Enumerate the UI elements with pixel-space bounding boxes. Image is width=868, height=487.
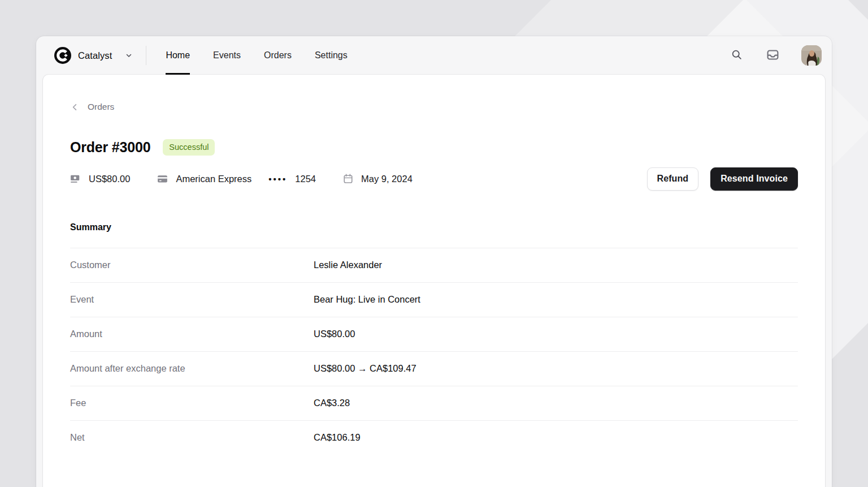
inbox-icon — [766, 49, 779, 62]
resend-invoice-button[interactable]: Resend Invoice — [710, 167, 798, 191]
summary-row-value: Leslie Alexander — [314, 260, 798, 270]
order-payment-method: American Express •••• 1254 — [157, 174, 316, 184]
primary-nav: Home Events Orders Settings — [166, 36, 347, 75]
nav-item-home[interactable]: Home — [166, 36, 190, 75]
order-title-row: Order #3000 Successful — [70, 139, 798, 156]
credit-card-icon — [157, 174, 168, 184]
order-actions: Refund Resend Invoice — [647, 167, 798, 191]
search-icon — [731, 49, 743, 62]
nav-item-orders[interactable]: Orders — [264, 36, 292, 75]
main-panel: Orders Order #3000 Successful — [43, 75, 825, 487]
summary-row-label: Fee — [70, 398, 314, 408]
refund-button[interactable]: Refund — [647, 167, 699, 191]
header-divider — [146, 46, 146, 65]
calendar-icon — [343, 174, 353, 184]
breadcrumb-back-link[interactable]: Orders — [70, 102, 114, 112]
avatar-image — [801, 45, 822, 66]
summary-row-label: Amount after exchange rate — [70, 363, 314, 374]
order-meta: US$80.00 American Express •••• 1254 — [70, 174, 413, 184]
summary-row-label: Event — [70, 294, 314, 305]
workspace-switcher[interactable]: Catalyst — [54, 47, 133, 64]
summary-row-value: US$80.00 — [314, 329, 798, 339]
catalyst-logo-icon — [54, 47, 71, 64]
status-badge: Successful — [163, 139, 215, 156]
top-navbar: Catalyst Home Events Orders Settings — [36, 36, 832, 75]
nav-item-events[interactable]: Events — [213, 36, 241, 75]
summary-row-label: Amount — [70, 329, 314, 339]
inbox-button[interactable] — [763, 46, 782, 65]
summary-row-label: Customer — [70, 260, 314, 270]
summary-table: Customer Leslie Alexander Event Bear Hug… — [70, 248, 798, 455]
nav-item-settings[interactable]: Settings — [315, 36, 348, 75]
summary-row: Customer Leslie Alexander — [70, 248, 798, 282]
summary-row: Amount US$80.00 — [70, 317, 798, 351]
workspace-name: Catalyst — [78, 50, 112, 61]
summary-row: Event Bear Hug: Live in Concert — [70, 282, 798, 317]
user-avatar[interactable] — [801, 45, 822, 66]
summary-row-value: CA$3.28 — [314, 398, 798, 408]
card-brand: American Express — [176, 174, 251, 184]
chevron-left-icon — [70, 102, 80, 112]
summary-row-label: Net — [70, 432, 314, 443]
order-date: May 9, 2024 — [343, 174, 413, 184]
summary-row: Net CA$106.19 — [70, 420, 798, 455]
breadcrumb-label: Orders — [88, 102, 114, 112]
summary-row-value: Bear Hug: Live in Concert — [314, 294, 798, 305]
summary-row-value: US$80.00 → CA$109.47 — [314, 363, 798, 374]
banknotes-icon — [70, 174, 81, 184]
card-masked-digits: •••• — [268, 174, 287, 184]
page-title: Order #3000 — [70, 139, 150, 156]
header-actions — [727, 45, 822, 66]
order-meta-row: US$80.00 American Express •••• 1254 — [70, 167, 798, 191]
summary-row: Fee CA$3.28 — [70, 386, 798, 420]
summary-row-value: CA$106.19 — [314, 432, 798, 443]
summary-heading: Summary — [70, 222, 798, 232]
search-button[interactable] — [727, 46, 746, 65]
card-last4: 1254 — [295, 174, 316, 184]
app-window: Catalyst Home Events Orders Settings — [36, 36, 832, 487]
chevron-down-icon — [124, 51, 133, 60]
order-amount: US$80.00 — [70, 174, 130, 184]
summary-row: Amount after exchange rate US$80.00 → CA… — [70, 351, 798, 386]
